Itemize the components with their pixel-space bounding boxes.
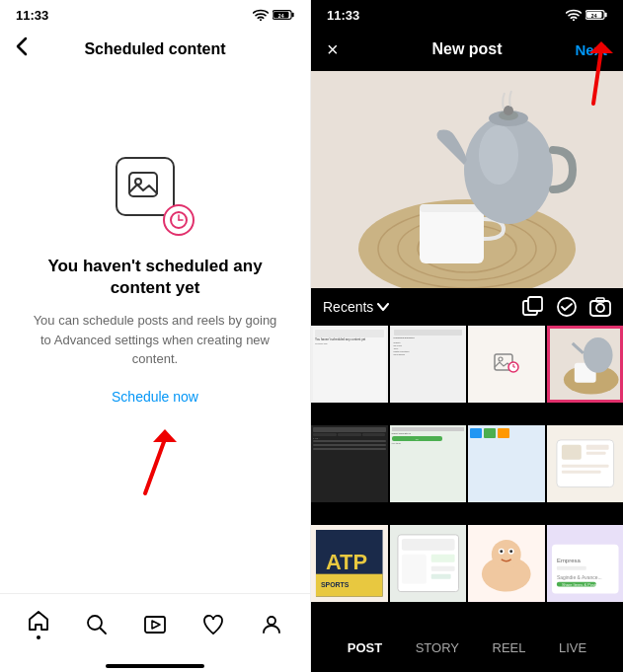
recents-dropdown[interactable]: Recents [323,299,389,315]
image-icon [116,157,175,216]
gallery-item-selected[interactable] [547,326,624,403]
gallery-item[interactable]: Professional dashboard Insights QR Code … [390,326,467,403]
svg-point-43 [499,357,503,361]
battery-icon-right: 24 [585,9,607,21]
chevron-down-icon [377,303,389,311]
svg-text:Share Items & Posts: Share Items & Posts [561,582,596,587]
status-bar-left: 11:33 24 [0,0,310,28]
gallery-item[interactable]: ATP SPORTS [311,525,388,602]
svg-rect-66 [401,555,426,584]
gallery-grid: You haven't scheduled any content yet Sc… [311,326,623,623]
back-button[interactable] [16,37,28,62]
page-title-left: Scheduled content [84,40,225,58]
gallery-item[interactable]: Empresa Sagindie & Avance... Share Items… [547,525,624,602]
bottom-tabs: POST STORY REEL LIVE [311,623,623,672]
arrow-indicator [125,424,185,507]
page-title-right: New post [431,40,502,58]
svg-point-35 [504,106,513,115]
tab-story[interactable]: STORY [410,633,465,663]
home-dot [37,635,40,639]
nav-home[interactable] [15,601,62,647]
tab-post[interactable]: POST [342,633,388,663]
svg-line-10 [145,439,165,493]
svg-rect-2 [291,13,293,17]
svg-rect-41 [596,298,604,302]
gallery-item[interactable] [468,326,545,403]
svg-rect-30 [420,204,484,212]
svg-rect-54 [585,445,608,450]
wifi-icon-left [253,9,269,21]
svg-rect-57 [561,471,600,474]
status-bar-right: 11:33 24 [311,0,623,28]
svg-text:SPORTS: SPORTS [321,581,350,588]
wifi-icon-right [566,9,582,21]
svg-rect-68 [430,566,454,571]
reels-icon [143,613,167,636]
svg-rect-80 [556,566,585,570]
empty-state-title: You haven't scheduled any content yet [20,256,290,299]
svg-text:Empresa: Empresa [556,558,581,563]
home-icon [27,609,50,633]
profile-icon [260,613,283,636]
recents-label-text: Recents [323,299,373,315]
battery-icon-left: 24 [273,9,294,21]
gallery-toolbar [522,296,611,318]
multi-select-icon[interactable] [522,296,544,318]
tab-live[interactable]: LIVE [553,633,592,663]
gallery-item[interactable] [547,425,624,502]
svg-point-16 [268,617,275,625]
nav-search[interactable] [73,605,120,644]
nav-header-left: Scheduled content [0,28,310,71]
svg-point-32 [479,125,518,185]
svg-point-17 [573,19,575,21]
svg-rect-14 [145,617,165,633]
svg-point-76 [509,550,512,553]
svg-point-75 [500,550,503,553]
nav-activity[interactable] [190,605,237,644]
home-indicator [106,664,204,668]
search-icon [85,613,109,636]
svg-rect-65 [401,539,454,551]
nav-reels[interactable] [131,605,179,644]
svg-rect-55 [585,452,605,455]
svg-rect-29 [420,204,484,263]
gallery-item[interactable]: T A B ... [311,425,388,502]
recents-bar: Recents [311,288,623,326]
schedule-now-link[interactable]: Schedule now [112,389,198,405]
svg-rect-5 [129,173,157,196]
svg-point-72 [492,540,521,569]
crop-icon[interactable] [556,296,578,318]
svg-point-0 [260,19,262,21]
heart-icon [201,613,225,636]
svg-text:ATP: ATP [326,550,367,574]
svg-rect-53 [561,445,581,460]
svg-point-38 [558,298,576,316]
svg-rect-19 [604,13,606,17]
svg-text:24: 24 [278,13,284,19]
svg-rect-69 [430,574,450,579]
svg-text:Sagindie & Avance...: Sagindie & Avance... [556,575,601,580]
gallery-item[interactable] [390,525,467,602]
svg-marker-23 [589,41,613,53]
status-icons-right: 24 [566,9,607,21]
next-arrow-indicator [564,39,613,112]
svg-rect-56 [561,465,608,468]
clock-icon [163,204,195,236]
svg-line-22 [593,49,601,104]
nav-profile[interactable] [248,605,295,644]
camera-switch-icon[interactable] [589,296,611,318]
status-time-right: 11:33 [327,8,359,23]
svg-line-13 [101,628,107,634]
tab-reel[interactable]: REEL [487,633,532,663]
left-panel: 11:33 24 Scheduled content [0,0,311,672]
svg-marker-11 [153,429,177,442]
empty-state-icon [116,157,195,236]
svg-point-6 [135,179,141,185]
gallery-item[interactable]: You haven't scheduled any content yet Sc… [311,326,388,403]
gallery-item[interactable] [468,425,545,502]
gallery-item[interactable] [468,525,545,602]
empty-state-description: You can schedule posts and reels by goin… [20,311,290,369]
svg-point-50 [583,337,612,373]
close-button[interactable]: × [327,38,339,61]
gallery-item[interactable]: Share it Good with Us ON Also Items [390,425,467,502]
